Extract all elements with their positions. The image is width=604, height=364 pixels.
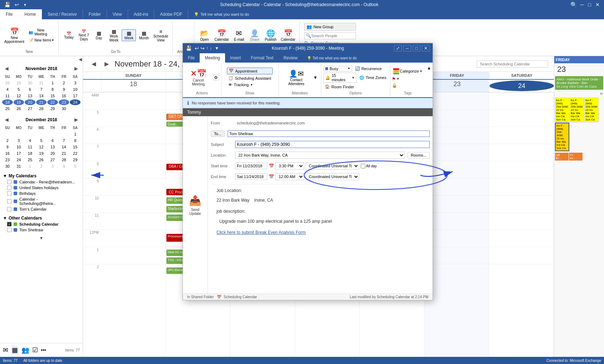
mini-cal-date[interactable]: 31 [36, 80, 47, 86]
mini-cal-date[interactable]: 3 [14, 138, 24, 143]
calendar-checkbox-scheduling-other[interactable]: ✓ [7, 222, 11, 226]
attendees-dropdown[interactable]: ▼ [313, 75, 318, 80]
mini-cal-date[interactable]: 14 [59, 144, 69, 150]
location-select[interactable]: 22 Iron Bark Way, Irvine, CA [235, 152, 405, 159]
mini-cal-date[interactable]: 10 [14, 144, 24, 150]
mini-cal-date[interactable]: 7 [59, 138, 69, 143]
tab-view[interactable]: View [107, 9, 128, 19]
mini-cal-date[interactable]: 3 [47, 163, 58, 169]
undo-icon[interactable]: ↩ [13, 1, 20, 8]
dialog-down-icon[interactable]: ↓ [210, 46, 212, 51]
mini-cal-date[interactable]: 29 [70, 157, 81, 163]
ko-event-active[interactable]: Ko F - (949) 259-309022 Iro Bar Wa Irvi … [555, 123, 569, 151]
mini-cal-date[interactable]: 29 [14, 80, 24, 86]
mini-cal-date[interactable]: 3 [70, 80, 81, 86]
contact-attendees-button[interactable]: 👤✉ Contact Attendees [281, 69, 312, 87]
dialog-undo-icon[interactable]: ↩ [195, 45, 199, 51]
end-tz-select[interactable]: Coordinated Universal Time [306, 173, 359, 180]
to-button[interactable]: To... [211, 131, 225, 137]
calendar-checkbox-tom-sheltraw[interactable] [7, 228, 11, 232]
mini-cal-date[interactable]: 30 [2, 163, 13, 169]
calendar-checkbox-rene[interactable] [7, 180, 11, 184]
tab-adobe[interactable]: Adobe PDF [154, 9, 188, 19]
mini-cal-date[interactable]: 6 [47, 138, 58, 143]
calendar-item-scheduling-other[interactable]: ✓ Scheduling Calendar [3, 221, 80, 227]
all-day-checkbox[interactable] [361, 164, 365, 168]
tab-send-receive[interactable]: Send / Receive [42, 9, 83, 19]
tracking-button[interactable]: 👁 Tracking ▼ [227, 82, 273, 88]
date-23[interactable]: 23 [424, 80, 489, 92]
tab-folder[interactable]: Folder [83, 9, 107, 19]
mini-cal-date[interactable]: 16 [2, 151, 13, 156]
mini-cal-date[interactable]: 25 [2, 106, 13, 112]
mini-cal-date[interactable]: 7 [36, 87, 47, 92]
collapse-ribbon-icon[interactable]: ▲ [427, 65, 431, 70]
mini-cal-date[interactable]: 23 [2, 157, 13, 163]
right-panel-more[interactable]: N [554, 90, 604, 97]
mini-cal-date[interactable]: 19 [36, 151, 47, 156]
mini-cal-date[interactable]: 4 [59, 163, 69, 169]
new-group-btn[interactable]: New Group [313, 25, 333, 29]
calendar-checkbox-toms[interactable] [7, 207, 11, 211]
mini-cal-date[interactable] [70, 106, 81, 112]
mini-cal-date[interactable]: 19 [14, 99, 24, 105]
start-time-select[interactable]: 3:30 PM [276, 162, 304, 169]
next7days-button[interactable]: 📅 Next 7Days [77, 29, 91, 42]
dialog-tab-meeting[interactable]: Meeting [200, 53, 225, 63]
mini-cal-date[interactable]: 1 [25, 163, 35, 169]
dialog-save-icon[interactable]: 💾 [186, 45, 192, 51]
mini-cal-date[interactable]: 13 [47, 144, 58, 150]
mini-cal-date[interactable]: 15 [70, 144, 81, 150]
cal-next-button[interactable]: ▶ [102, 59, 112, 69]
mini-cal-date[interactable]: 12 [14, 93, 24, 99]
mini-cal-dec-prev[interactable]: ◀ [3, 117, 10, 123]
mini-cal-date[interactable]: 12 [36, 144, 47, 150]
mini-cal-date[interactable]: 21 [59, 151, 69, 156]
ko-event-2[interactable]: Ko F - (949) 259-309022 Iro Bar Wa Irvi … [570, 98, 584, 122]
mini-cal-date[interactable]: 21 [36, 99, 47, 105]
calendar-checkbox-birthdays[interactable] [7, 191, 11, 196]
save-icon[interactable]: 💾 [3, 1, 12, 8]
mini-cal-date[interactable]: 13 [25, 93, 35, 99]
end-date-input[interactable] [235, 173, 267, 180]
mini-cal-date[interactable]: 23 [59, 99, 69, 105]
mini-cal-date[interactable]: 2 [59, 80, 69, 86]
rooms-button[interactable]: Rooms... [408, 152, 430, 158]
month-button[interactable]: ▦ Month [137, 30, 151, 41]
mini-cal-date[interactable]: 31 [14, 163, 24, 169]
mini-cal-date[interactable]: 28 [36, 106, 47, 112]
day-button[interactable]: ▦ Day [92, 30, 106, 41]
new-meeting-button[interactable]: 👥 NewMeeting [27, 28, 55, 37]
mail-icon[interactable]: ✉ [3, 346, 8, 354]
new-items-button[interactable]: 📝 New Items ▼ [27, 38, 55, 43]
mini-cal-date[interactable]: 14 [36, 93, 47, 99]
flag-button[interactable]: ⚑ ▼ [392, 77, 424, 82]
mini-cal-date[interactable]: 30 [59, 106, 69, 112]
mini-cal-date[interactable]: 22 [70, 151, 81, 156]
search-calendar-input[interactable] [477, 60, 548, 68]
right-panel-event-awo[interactable]: AWO - Additional Work Order - Brooke Bal… [555, 76, 603, 90]
dialog-tab-review[interactable]: Review [278, 53, 302, 63]
mini-cal-date[interactable]: 2 [2, 138, 13, 143]
mini-cal-date[interactable]: 20 [47, 151, 58, 156]
calendar-picker-icon[interactable]: 📅 [269, 163, 274, 168]
calendar-item-tom-sheltraw[interactable]: Tom Sheltraw [3, 227, 80, 233]
calendar-item-toms[interactable]: Tom's Calendar [3, 206, 80, 212]
mini-cal-date[interactable]: 1 [47, 80, 58, 86]
mini-cal-date[interactable]: 1 [70, 131, 81, 137]
ribbon-collapse[interactable]: ▲ [425, 64, 433, 96]
date-24[interactable]: 24 [489, 80, 554, 91]
today-button[interactable]: 📆 Today [62, 31, 76, 40]
mini-cal-date[interactable]: 6 [25, 87, 35, 92]
tab-file[interactable]: File [0, 9, 19, 19]
qb-event-2[interactable]: ThKir... [569, 153, 583, 161]
date-18[interactable]: 18 [101, 80, 166, 92]
mini-cal-date[interactable]: 10 [70, 87, 81, 92]
people-icon[interactable]: 👥 [21, 346, 29, 354]
calendar-item-rene[interactable]: Calendar - Rene@thetradesm... [3, 179, 80, 185]
to-value[interactable]: Tom Sheltraw [228, 131, 430, 137]
mini-cal-date[interactable]: 2 [36, 163, 47, 169]
actions-small-icon[interactable]: ⚙ [213, 75, 219, 80]
close-icon[interactable]: ✕ [594, 1, 601, 8]
tab-addins[interactable]: Add-ins [128, 9, 155, 19]
